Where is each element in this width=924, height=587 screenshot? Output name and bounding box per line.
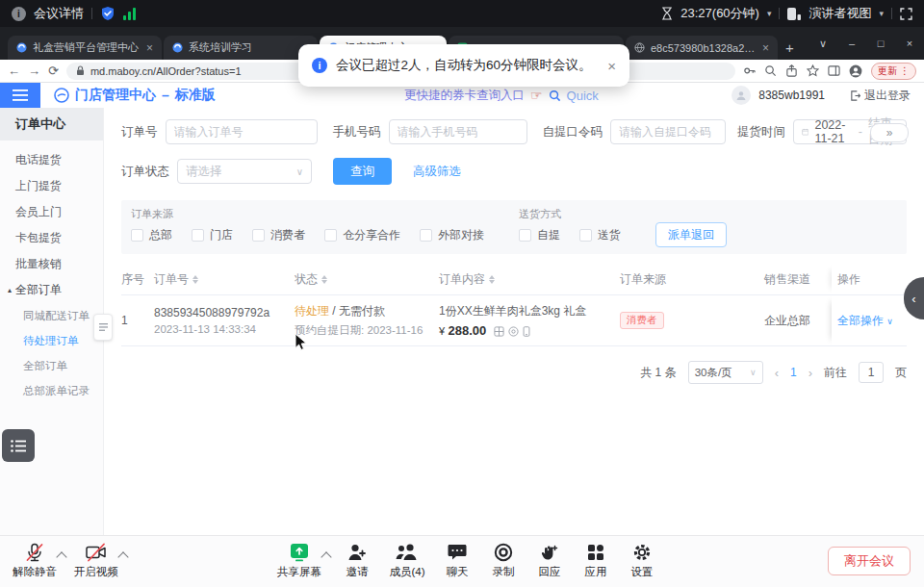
apps-button[interactable]: 应用 [573,542,619,579]
chat-button[interactable]: 聊天 [434,542,480,579]
advanced-filter-link[interactable]: 高级筛选 [413,164,461,180]
sidebar-item-all-orders[interactable]: 全部订单 [0,353,103,378]
dispatch-return-button[interactable]: 派单退回 [655,222,727,247]
window-close-button[interactable]: × [895,27,924,60]
network-security-shield-icon[interactable] [100,6,116,21]
sidebar-item-hq-dispatch-records[interactable]: 总部派单记录 [0,378,103,403]
checkbox-box[interactable] [420,229,432,242]
sort-icon[interactable] [321,275,327,284]
bookmark-star-icon[interactable] [807,64,819,77]
sidebar-item-member-visit[interactable]: 会员上门 [0,199,103,225]
goto-page-input[interactable] [859,362,884,383]
settings-button[interactable]: 设置 [619,542,665,579]
view-mode-label[interactable]: 演讲者视图 [808,5,871,22]
fullscreen-icon[interactable] [900,8,912,20]
sidebar-section-order-center[interactable]: 订单中心 [0,108,103,140]
checkbox-box[interactable] [324,229,337,242]
pagination: 共 1 条 30条/页 ∨ ‹ 1 › 前往 页 [121,361,907,384]
password-key-icon[interactable] [743,64,756,77]
browser-menu-icon[interactable]: ⋮ [900,65,910,76]
col-order-no[interactable]: 订单号 [154,271,295,288]
username[interactable]: 8385wb1991 [758,89,825,102]
tab-close-icon[interactable]: × [146,41,153,55]
checkbox-source-external[interactable]: 外部对接 [420,227,484,243]
sidebar-item-door-pickup[interactable]: 上门提货 [0,173,103,199]
meeting-info-icon[interactable]: i [12,7,26,21]
order-status-select[interactable]: 请选择 ∨ [177,159,312,184]
tab-search-caret-icon[interactable]: ∨ [808,27,837,60]
sidebar-item-city-delivery-orders[interactable]: 同城配送订单 [0,303,103,328]
side-panel-icon[interactable] [828,64,840,77]
zoom-icon[interactable] [764,64,777,77]
timer-caret-icon[interactable]: ▾ [767,9,772,18]
unmute-button[interactable]: 解除静音 [8,542,62,579]
meeting-detail-label[interactable]: 会议详情 [34,5,84,22]
browser-tab-5[interactable]: e8c573980b1328a258fd2e618 × [626,36,778,60]
checkbox-source-warehouse-share[interactable]: 仓分享合作 [324,227,400,243]
forward-button-icon[interactable]: → [28,64,40,77]
page-size-select[interactable]: 30条/页 ∨ [688,361,763,384]
sidebar-item-card-pickup[interactable]: 卡包提货 [0,225,103,251]
checkbox-box[interactable] [252,229,265,242]
sidebar-item-batch-verify[interactable]: 批量核销 [0,251,103,277]
members-button[interactable]: 成员(4) [380,542,434,579]
checkbox-delivery[interactable]: 送货 [579,227,621,243]
prev-page-button[interactable]: ‹ [775,366,779,380]
start-video-button[interactable]: 开启视频 [69,542,123,579]
quick-search-icon[interactable] [549,89,561,102]
checkbox-box[interactable] [131,229,143,242]
col-content[interactable]: 订单内容 [439,271,620,288]
profile-avatar-icon[interactable] [849,64,862,78]
checkbox-box[interactable] [192,229,204,242]
sort-icon[interactable] [192,275,198,284]
sidebar-item-pending-orders[interactable]: 待处理订单 [0,328,103,353]
phone-input[interactable] [389,119,527,144]
current-page[interactable]: 1 [790,366,797,379]
col-status[interactable]: 状态 [295,271,439,288]
sort-icon[interactable] [489,275,495,284]
checkbox-box[interactable] [579,229,592,242]
view-caret-icon[interactable]: ▾ [879,9,884,18]
window-minimize-button[interactable]: – [837,27,866,60]
floating-menu-widget[interactable] [2,429,35,462]
all-actions-dropdown[interactable]: 全部操作 ∨ [837,313,893,329]
browser-tab-1[interactable]: 礼盒营销平台管理中心 × [8,36,162,60]
date-start-value[interactable]: 2022-11-21 [814,118,852,145]
tab-close-icon[interactable]: × [762,41,769,55]
browser-tab-2[interactable]: 系统培训学习 × [164,36,318,60]
share-icon[interactable] [785,64,798,77]
promo-link[interactable]: 更快捷的券卡查询入口 ☞ Quick [404,88,599,104]
collapse-search-button[interactable]: » [870,123,909,142]
reactions-button[interactable]: 回应 [526,542,573,579]
window-restore-button[interactable]: □ [866,27,895,60]
signal-strength-icon[interactable] [123,8,137,20]
checkbox-source-store[interactable]: 门店 [192,227,233,243]
sidebar-group-all-orders[interactable]: ▴ 全部订单 [0,277,103,303]
back-button-icon[interactable]: ← [8,64,20,77]
query-button[interactable]: 查询 [333,158,392,185]
quick-label[interactable]: Quick [567,89,599,103]
promo-text[interactable]: 更快捷的券卡查询入口 [404,88,525,104]
invite-button[interactable]: 邀请 [334,542,380,579]
user-avatar[interactable] [732,86,751,105]
leave-meeting-button[interactable]: 离开会议 [828,547,911,575]
checkbox-source-consumer[interactable]: 消费者 [252,227,305,243]
sidebar-item-phone-pickup[interactable]: 电话提货 [0,147,103,173]
pickup-code-input[interactable] [610,119,726,144]
order-no-input[interactable] [166,119,318,144]
chrome-update-button[interactable]: 更新 ⋮ [871,63,916,80]
notification-close-icon[interactable]: × [607,58,616,74]
share-screen-button[interactable]: 共享屏幕 [272,542,326,579]
logout-button[interactable]: 退出登录 [850,88,911,104]
reload-button-icon[interactable]: ⟳ [48,64,59,77]
next-page-button[interactable]: › [808,366,812,380]
new-tab-button[interactable]: + [785,39,794,56]
meeting-notification: i 会议已超过2人，自动转为60分钟限时会议。 × [298,44,629,87]
sidebar-toggle-button[interactable] [0,83,40,108]
sidebar-collapse-handle[interactable] [93,314,113,341]
checkbox-self-pickup[interactable]: 自提 [519,227,560,243]
record-button[interactable]: 录制 [480,542,526,579]
meeting-timer: 23:27(60分钟) [680,5,759,22]
checkbox-box[interactable] [519,229,531,242]
checkbox-source-hq[interactable]: 总部 [131,227,172,243]
